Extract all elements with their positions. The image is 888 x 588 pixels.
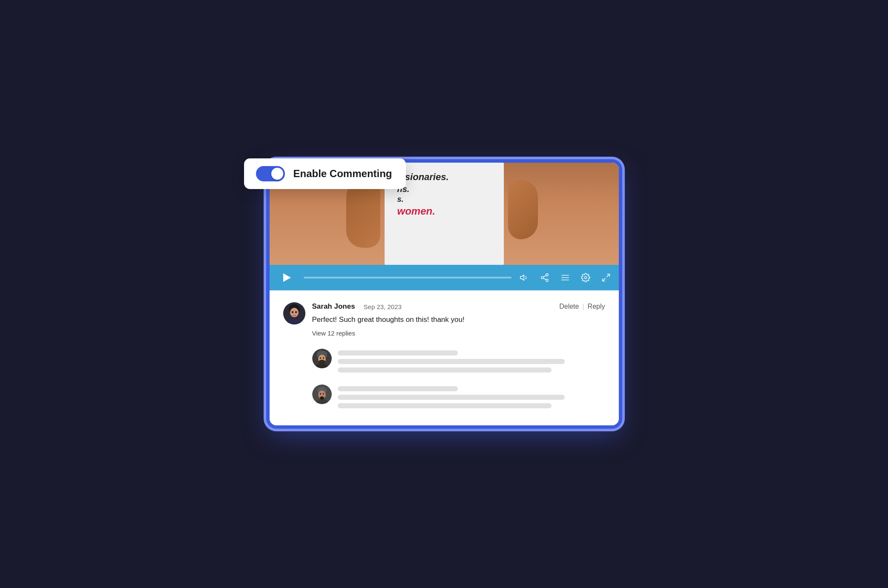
video-toolbar	[270, 265, 619, 290]
skeleton-line	[338, 367, 552, 373]
skeleton-line	[338, 386, 458, 391]
reply-avatar-1	[312, 349, 332, 368]
toggle-thumb	[271, 168, 283, 180]
comment-meta: Sarah Jones Sep 23, 2023	[312, 302, 402, 311]
view-replies-link[interactable]: View 12 replies	[312, 330, 605, 337]
svg-point-15	[295, 311, 297, 313]
share-icon[interactable]	[539, 272, 551, 284]
toggle-track	[256, 166, 285, 181]
fullscreen-icon[interactable]	[600, 272, 612, 284]
comment-body: Sarah Jones Sep 23, 2023 Delete | Reply …	[312, 302, 605, 337]
skeleton-line	[338, 403, 552, 408]
progress-bar[interactable]	[304, 277, 512, 278]
volume-icon[interactable]	[518, 272, 530, 284]
reply-avatar-2	[312, 384, 332, 404]
svg-point-14	[292, 311, 293, 313]
play-button[interactable]	[276, 267, 297, 288]
comment-date: Sep 23, 2023	[364, 303, 402, 310]
skeleton-line	[338, 359, 565, 364]
svg-point-20	[319, 360, 325, 364]
reply-content-2	[338, 384, 605, 412]
reply-content-1	[338, 349, 605, 376]
skeleton-line	[338, 350, 458, 356]
reply-button[interactable]: Reply	[588, 303, 605, 310]
delete-button[interactable]: Delete	[559, 303, 579, 310]
comment-header: Sarah Jones Sep 23, 2023 Delete | Reply	[312, 302, 605, 311]
main-comment: Sarah Jones Sep 23, 2023 Delete | Reply …	[283, 302, 605, 337]
svg-point-28	[323, 393, 324, 395]
comment-author: Sarah Jones	[312, 302, 355, 311]
commenting-toggle[interactable]	[256, 166, 285, 181]
comment-actions: Delete | Reply	[559, 303, 605, 310]
play-icon	[283, 273, 291, 282]
svg-line-10	[602, 278, 605, 281]
comments-section: Sarah Jones Sep 23, 2023 Delete | Reply …	[270, 290, 619, 425]
svg-line-4	[543, 275, 546, 277]
comment-text: Perfect! Such great thoughts on this! th…	[312, 314, 605, 325]
svg-point-8	[584, 277, 587, 279]
avatar-sarah	[283, 302, 305, 324]
playlist-icon[interactable]	[559, 272, 571, 284]
settings-icon[interactable]	[580, 272, 592, 284]
svg-line-3	[543, 278, 546, 280]
svg-point-27	[320, 393, 321, 395]
svg-point-26	[320, 396, 324, 400]
toolbar-icons	[518, 272, 612, 284]
shirt-text-women: women.	[397, 204, 512, 218]
action-divider: |	[582, 303, 584, 310]
browser-card: visionaries. ns. s. women.	[270, 163, 619, 425]
svg-point-21	[320, 357, 321, 359]
toggle-label: Enable Commenting	[293, 168, 392, 180]
reply-item	[312, 349, 605, 376]
skeleton-line	[338, 395, 565, 400]
reply-item	[312, 384, 605, 412]
svg-line-9	[606, 274, 609, 277]
svg-point-22	[323, 357, 324, 359]
enable-commenting-card: Enable Commenting	[244, 158, 406, 189]
replies-list	[283, 349, 605, 412]
